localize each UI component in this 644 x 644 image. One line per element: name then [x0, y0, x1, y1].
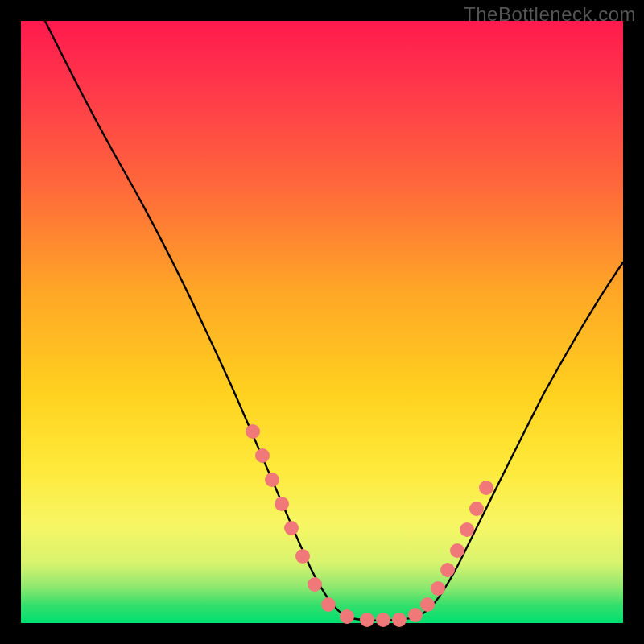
dot-l7 — [308, 577, 322, 592]
dot-r7 — [469, 502, 484, 516]
dots-trough — [360, 613, 407, 627]
dot-r6 — [460, 522, 474, 537]
dot-t2 — [376, 613, 390, 627]
watermark-text: TheBottleneck.com — [464, 3, 636, 26]
dot-r2 — [420, 597, 435, 612]
dot-r8 — [479, 481, 493, 495]
dot-l4 — [275, 497, 289, 511]
dot-l2 — [255, 448, 270, 463]
chart-frame: TheBottleneck.com — [0, 0, 644, 644]
bottleneck-curve — [45, 21, 623, 621]
dot-l6 — [295, 549, 310, 564]
plot-area — [21, 21, 623, 623]
dots-left — [246, 424, 354, 624]
dot-r5 — [450, 543, 464, 558]
dot-t1 — [360, 613, 374, 627]
dot-r3 — [431, 581, 445, 596]
dot-l3 — [265, 473, 279, 487]
dots-right — [408, 481, 493, 622]
dot-l1 — [246, 424, 260, 439]
dot-l9 — [340, 609, 354, 624]
dot-l5 — [284, 521, 299, 535]
dot-r1 — [408, 608, 423, 622]
dot-r4 — [440, 563, 455, 577]
dot-l8 — [321, 597, 336, 612]
dot-t3 — [392, 613, 407, 627]
curve-layer — [21, 21, 623, 623]
